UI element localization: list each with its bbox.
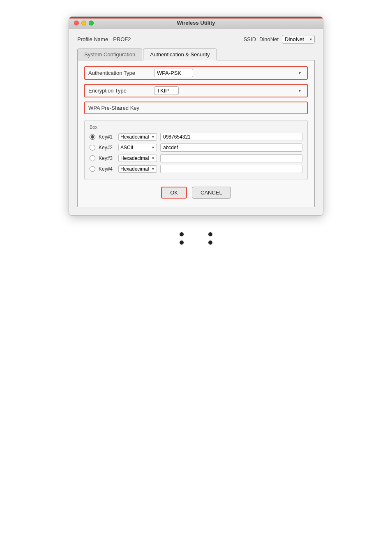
key4-row: Key#4 Hexadecimal ASCII	[90, 165, 302, 173]
bullet-2	[180, 240, 184, 245]
auth-type-label: Authentication Type	[88, 70, 154, 76]
wireless-utility-window: Wireless Utility Profile Name PROF2 SSID…	[69, 16, 323, 216]
authentication-type-row: Authentication Type WPA-PSK WPA2-PSK Ope…	[84, 66, 308, 80]
cancel-button[interactable]: CANCEL	[192, 187, 231, 199]
profile-ssid-row: Profile Name PROF2 SSID DinoNet DinoNet	[77, 35, 315, 44]
window-title: Wireless Utility	[177, 20, 215, 26]
key1-value-input[interactable]	[160, 133, 302, 141]
key3-radio[interactable]	[90, 155, 95, 161]
key1-label: Key#1	[99, 134, 115, 140]
auth-type-dropdown[interactable]: WPA-PSK WPA2-PSK Open Shared	[154, 69, 193, 77]
ssid-label: SSID	[244, 36, 256, 42]
key2-type-wrapper[interactable]: ASCII Hexadecimal	[118, 144, 157, 151]
key3-value-input[interactable]	[160, 154, 302, 162]
traffic-lights	[74, 21, 94, 25]
key3-type-dropdown[interactable]: Hexadecimal ASCII	[118, 155, 157, 162]
tab-system-configuration[interactable]: System Configuration	[77, 49, 142, 60]
encryption-type-row: Encryption Type TKIP AES None	[84, 84, 308, 97]
ssid-value: DinoNet	[259, 36, 279, 42]
enc-type-dropdown[interactable]: TKIP AES None	[154, 86, 179, 95]
bullets-section	[180, 232, 212, 245]
key4-label: Key#4	[99, 166, 115, 172]
key2-label: Key#2	[99, 145, 115, 150]
enc-type-dropdown-wrapper[interactable]: TKIP AES None	[154, 86, 304, 95]
ok-button[interactable]: OK	[161, 187, 187, 199]
tab-authentication-security[interactable]: Authentication & Security	[143, 49, 217, 60]
key2-row: Key#2 ASCII Hexadecimal	[90, 143, 302, 152]
minimize-button[interactable]	[81, 21, 86, 25]
title-bar: Wireless Utility	[69, 17, 323, 29]
key2-value-input[interactable]	[160, 143, 302, 152]
bullet-3	[208, 232, 212, 236]
maximize-button[interactable]	[89, 21, 94, 25]
ssid-dropdown-wrapper[interactable]: DinoNet	[282, 35, 315, 44]
wpa-key-label: WPA Pre-Shared Key	[88, 105, 154, 111]
bullet-1	[180, 232, 184, 236]
bullet-group-right	[208, 232, 212, 245]
enc-type-label: Encryption Type	[88, 88, 154, 94]
bullet-4	[208, 240, 212, 245]
profile-name-label: Profile Name	[77, 36, 108, 42]
key1-type-wrapper[interactable]: Hexadecimal ASCII	[118, 133, 157, 141]
box-section: Box Key#1 Hexadecimal ASCII	[84, 120, 308, 180]
profile-name-value: PROF2	[113, 36, 138, 42]
key3-type-wrapper[interactable]: Hexadecimal ASCII	[118, 155, 157, 162]
key3-row: Key#3 Hexadecimal ASCII	[90, 154, 302, 162]
wpa-preshared-key-row: WPA Pre-Shared Key	[84, 102, 308, 114]
ssid-group: SSID DinoNet DinoNet	[244, 35, 315, 44]
close-button[interactable]	[74, 21, 79, 25]
key1-radio[interactable]	[90, 134, 95, 140]
key1-type-dropdown[interactable]: Hexadecimal ASCII	[118, 133, 157, 141]
buttons-row: OK CANCEL	[84, 187, 308, 199]
wpa-key-input[interactable]	[154, 105, 304, 111]
key2-radio[interactable]	[90, 145, 95, 150]
key4-value-input[interactable]	[160, 165, 302, 173]
bullet-group-left	[180, 232, 184, 245]
content-area: Authentication Type WPA-PSK WPA2-PSK Ope…	[77, 60, 315, 207]
key4-type-wrapper[interactable]: Hexadecimal ASCII	[118, 165, 157, 173]
box-title: Box	[90, 125, 302, 130]
title-bar-stripe	[69, 17, 323, 18]
tabs-row: System Configuration Authentication & Se…	[77, 49, 315, 60]
key2-type-dropdown[interactable]: ASCII Hexadecimal	[118, 144, 157, 151]
auth-type-dropdown-wrapper[interactable]: WPA-PSK WPA2-PSK Open Shared	[154, 69, 304, 77]
key4-type-dropdown[interactable]: Hexadecimal ASCII	[118, 165, 157, 173]
ssid-dropdown[interactable]: DinoNet	[282, 35, 315, 44]
window-body: Profile Name PROF2 SSID DinoNet DinoNet …	[69, 29, 323, 215]
key1-row: Key#1 Hexadecimal ASCII	[90, 133, 302, 141]
key4-radio[interactable]	[90, 166, 95, 172]
key3-label: Key#3	[99, 155, 115, 161]
